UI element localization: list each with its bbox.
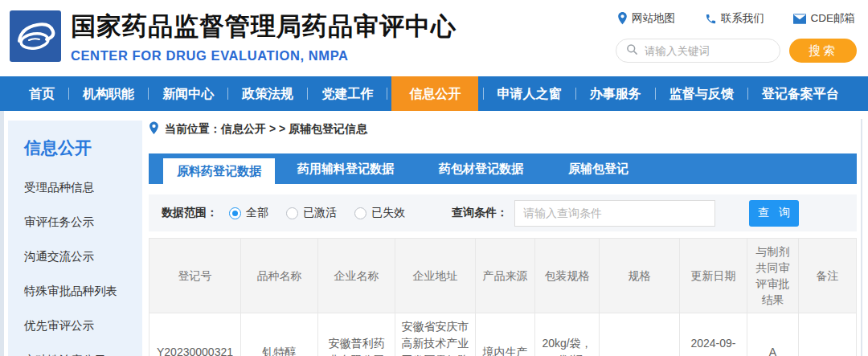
main-nav: 首页 机构职能 新闻中心 政策法规 党建工作 信息公开 申请人之窗 办事服务 监… [0,76,868,111]
title-block: 国家药品监督管理局药品审评中心 CENTER FOR DRUG EVALUATI… [71,10,457,63]
site-header: 国家药品监督管理局药品审评中心 CENTER FOR DRUG EVALUATI… [0,0,868,76]
nav-item-services[interactable]: 办事服务 [580,76,651,111]
sidebar-item-communication[interactable]: 沟通交流公示 [24,249,142,264]
nav-item-applicant-window[interactable]: 申请人之窗 [488,76,571,111]
radio-unselected-icon[interactable] [354,207,366,219]
left-edge-stripe [0,111,4,356]
radio-all[interactable]: 全部 [229,206,268,220]
query-button[interactable]: 查 询 [749,200,799,227]
filter-bar: 数据范围： 全部 已激活 已失效 查询条件： [149,194,857,231]
cell-remarks [799,313,857,356]
search-button[interactable]: 搜索 [789,39,857,63]
phone-icon [705,13,717,25]
radio-selected-icon[interactable] [229,207,241,219]
mail-icon [793,14,806,24]
site-subtitle: CENTER FOR DRUG EVALUATION, NMPA [71,48,457,63]
sidebar-item-accepted-varieties[interactable]: 受理品种信息 [24,180,142,195]
cell-company-name: 安徽普利药业有限公司 [318,313,395,356]
search-icon [626,43,638,59]
sidebar-item-review-tasks[interactable]: 审评任务公示 [24,215,142,230]
contact-label: 联系我们 [721,11,764,26]
tab-api-registration-data[interactable]: 原料药登记数据 [163,158,275,184]
cde-mail-label: CDE邮箱 [810,11,855,26]
cell-packaging-spec: 20kg/袋，1袋/桶 [535,313,600,356]
col-variety-name: 品种名称 [241,239,318,313]
location-pin-icon [617,12,628,25]
nav-separator [747,88,748,100]
cell-spec [600,313,680,356]
nav-separator [227,88,228,100]
nav-separator [148,88,149,100]
content: 信息公开 受理品种信息 审评任务公示 沟通交流公示 特殊审批品种列表 优先审评公… [0,121,868,356]
radio-activated-label: 已激活 [303,206,337,220]
nav-separator [655,88,656,100]
registration-table: 登记号 品种名称 企业名称 企业地址 产品来源 包装规格 规格 更新日期 与制剂… [149,238,857,356]
data-scope-label: 数据范围： [162,206,218,220]
col-remarks: 备注 [799,239,857,313]
nav-separator [483,88,484,100]
cell-product-source: 境内生产 [476,313,535,356]
cell-company-address: 安徽省安庆市高新技术产业开发区霞虹路58号 [395,313,476,356]
content-right-border [861,119,862,356]
col-company-address: 企业地址 [395,239,476,313]
query-condition-label: 查询条件： [452,206,508,220]
tab-excipient-registration-data[interactable]: 药用辅料登记数据 [275,153,416,184]
search-row: 搜索 [616,39,857,63]
col-update-date: 更新日期 [680,239,747,313]
nav-item-supervision[interactable]: 监督与反馈 [660,76,743,111]
radio-all-label: 全部 [246,206,268,220]
contact-link[interactable]: 联系我们 [705,11,764,26]
sidebar-item-breakthrough-therapy[interactable]: 突破性治疗公示 [24,353,142,356]
data-scope-radio-group: 全部 已激活 已失效 [229,206,405,220]
col-product-source: 产品来源 [476,239,535,313]
col-packaging-spec: 包装规格 [535,239,600,313]
main-panel: 当前位置：信息公开 > > 原辅包登记信息 原料药登记数据 药用辅料登记数据 药… [149,121,857,356]
cell-joint-review-result: A [747,313,799,356]
nav-item-news[interactable]: 新闻中心 [153,76,223,111]
nav-item-policy[interactable]: 政策法规 [232,76,303,111]
search-box[interactable] [616,39,780,63]
tab-packaging-material-registration-data[interactable]: 药包材登记数据 [416,153,546,184]
cde-logo-icon [10,10,61,62]
radio-activated[interactable]: 已激活 [286,206,337,220]
location-pin-icon [149,121,159,137]
nav-item-party[interactable]: 党建工作 [312,76,383,111]
sidebar-item-priority-review[interactable]: 优先审评公示 [24,318,142,333]
nav-separator [575,88,576,100]
nav-item-home[interactable]: 首页 [19,76,64,111]
header-right: 网站地图 联系我们 CDE邮箱 [616,8,857,63]
breadcrumb: 当前位置：信息公开 > > 原辅包登记信息 [149,121,857,138]
sidebar-title: 信息公开 [24,137,142,159]
keyword-search-input[interactable] [645,45,765,57]
sitemap-label: 网站地图 [632,11,675,26]
col-joint-review-result: 与制剂共同审评审批结果 [747,239,799,313]
page: 国家药品监督管理局药品审评中心 CENTER FOR DRUG EVALUATI… [0,0,868,356]
breadcrumb-text: 当前位置：信息公开 > > 原辅包登记信息 [165,122,367,137]
cell-variety-name: 钆特醇 [241,313,318,356]
nav-separator [68,88,69,100]
site-title: 国家药品监督管理局药品审评中心 [71,10,457,43]
col-registration-number: 登记号 [149,239,241,313]
cell-update-date: 2024-09-30 [680,313,747,356]
query-condition-input[interactable] [514,200,715,227]
sitemap-link[interactable]: 网站地图 [617,11,675,26]
col-spec: 规格 [600,239,680,313]
tab-api-excipient-packaging-registration[interactable]: 原辅包登记 [546,153,651,184]
nav-separator [387,88,387,100]
radio-expired-label: 已失效 [371,206,405,220]
registration-tabs: 原料药登记数据 药用辅料登记数据 药包材登记数据 原辅包登记 [149,153,857,184]
nav-item-info-disclosure[interactable]: 信息公开 [391,76,478,111]
sidebar-item-special-approval-list[interactable]: 特殊审批品种列表 [24,284,142,299]
sidebar-info-disclosure: 信息公开 受理品种信息 审评任务公示 沟通交流公示 特殊审批品种列表 优先审评公… [8,121,142,356]
radio-unselected-icon[interactable] [286,207,298,219]
cell-registration-number: Y20230000321 [149,313,241,356]
table-row: Y20230000321 钆特醇 安徽普利药业有限公司 安徽省安庆市高新技术产业… [149,313,857,356]
nav-separator [307,88,308,100]
nav-item-functions[interactable]: 机构职能 [73,76,144,111]
col-company-name: 企业名称 [318,239,395,313]
nav-item-registration-platform[interactable]: 登记备案平台 [752,76,849,111]
cde-mail-link[interactable]: CDE邮箱 [793,11,855,26]
quick-links: 网站地图 联系我们 CDE邮箱 [616,8,857,26]
radio-expired[interactable]: 已失效 [354,206,405,220]
table-header-row: 登记号 品种名称 企业名称 企业地址 产品来源 包装规格 规格 更新日期 与制剂… [149,239,857,313]
